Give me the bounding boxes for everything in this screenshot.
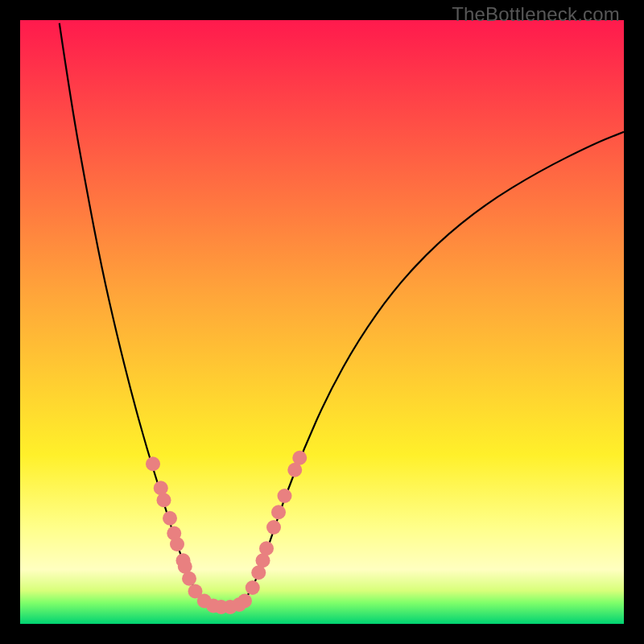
bead-marker <box>154 481 168 495</box>
bead-marker <box>271 505 286 519</box>
bead-marker <box>146 456 160 471</box>
bead-marker <box>170 537 184 551</box>
bead-marker <box>157 493 171 507</box>
plot-frame <box>20 20 624 624</box>
bead-marker <box>278 489 292 503</box>
bottleneck-curve-chart <box>20 20 624 624</box>
bead-marker <box>259 541 274 555</box>
gradient-background <box>20 20 624 624</box>
bead-marker <box>266 520 281 535</box>
bead-marker <box>292 451 307 465</box>
watermark-text: TheBottleneck.com <box>452 3 620 26</box>
bead-marker <box>163 511 177 526</box>
bead-marker <box>237 594 252 609</box>
bead-marker <box>182 572 196 586</box>
bead-marker <box>246 580 260 595</box>
